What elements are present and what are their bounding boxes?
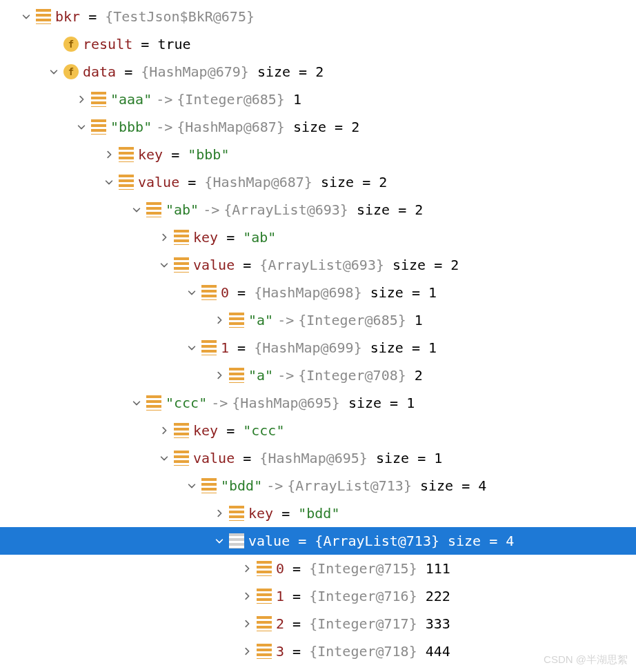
row-text: "a"->{Integer@708} 2 xyxy=(248,362,423,389)
row-text: key = "bbb" xyxy=(138,141,229,168)
tree-row[interactable]: 1 = {HashMap@699} size = 1 xyxy=(0,334,636,362)
object-icon xyxy=(119,175,134,190)
row-text: bkr = {TestJson$BkR@675} xyxy=(55,3,255,30)
row-text: "bdd"->{ArrayList@713} size = 4 xyxy=(221,472,486,500)
object-icon xyxy=(257,561,272,576)
row-text: 0 = {HashMap@698} size = 1 xyxy=(221,279,437,306)
chevron-right-icon[interactable] xyxy=(157,417,171,444)
tree-row[interactable]: fdata = {HashMap@679} size = 2 xyxy=(0,58,636,86)
row-text: key = "ccc" xyxy=(193,417,284,444)
tree-row[interactable]: key = "bbb" xyxy=(0,141,636,168)
row-text: "ccc"->{HashMap@695} size = 1 xyxy=(166,389,415,417)
arrow-placeholder xyxy=(47,30,61,58)
object-icon xyxy=(257,616,272,631)
object-icon xyxy=(174,423,189,438)
tree-row[interactable]: "bbb"->{HashMap@687} size = 2 xyxy=(0,113,636,141)
chevron-right-icon[interactable] xyxy=(212,306,226,334)
tree-row[interactable]: "a"->{Integer@708} 2 xyxy=(0,362,636,389)
row-text: key = "ab" xyxy=(193,224,276,251)
object-icon xyxy=(229,313,244,328)
debug-variables-tree[interactable]: bkr = {TestJson$BkR@675}fresult = truefd… xyxy=(0,0,636,668)
tree-row[interactable]: 3 = {Integer@718} 444 xyxy=(0,638,636,665)
row-text: 2 = {Integer@717} 333 xyxy=(276,610,450,638)
tree-row[interactable]: value = {HashMap@695} size = 1 xyxy=(0,444,636,472)
tree-row[interactable]: key = "ccc" xyxy=(0,417,636,444)
chevron-down-icon[interactable] xyxy=(185,472,199,500)
row-text: "ab"->{ArrayList@693} size = 2 xyxy=(166,196,423,224)
chevron-right-icon[interactable] xyxy=(157,224,171,251)
tree-row[interactable]: key = "ab" xyxy=(0,224,636,251)
object-icon xyxy=(257,644,272,659)
chevron-down-icon[interactable] xyxy=(47,58,61,86)
chevron-right-icon[interactable] xyxy=(102,141,116,168)
tree-row[interactable]: "a"->{Integer@685} 1 xyxy=(0,306,636,334)
tree-row[interactable]: key = "bdd" xyxy=(0,500,636,527)
tree-row[interactable]: 2 = {Integer@717} 333 xyxy=(0,610,636,638)
object-icon xyxy=(201,478,217,493)
object-icon xyxy=(229,368,244,383)
chevron-down-icon[interactable] xyxy=(74,113,88,141)
object-icon xyxy=(229,506,244,521)
chevron-right-icon[interactable] xyxy=(240,638,254,665)
chevron-right-icon[interactable] xyxy=(212,362,226,389)
tree-row[interactable]: "ccc"->{HashMap@695} size = 1 xyxy=(0,389,636,417)
tree-row[interactable]: value = {ArrayList@693} size = 2 xyxy=(0,251,636,279)
object-icon xyxy=(91,119,106,135)
field-icon: f xyxy=(63,37,79,52)
tree-row[interactable]: 0 = {HashMap@698} size = 1 xyxy=(0,279,636,306)
chevron-right-icon[interactable] xyxy=(240,555,254,582)
tree-row[interactable]: bkr = {TestJson$BkR@675} xyxy=(0,3,636,30)
object-icon xyxy=(201,340,217,355)
tree-row[interactable]: 0 = {Integer@715} 111 xyxy=(0,555,636,582)
chevron-down-icon[interactable] xyxy=(102,168,116,196)
row-text: value = {HashMap@687} size = 2 xyxy=(138,168,387,196)
row-text: key = "bdd" xyxy=(248,500,339,527)
chevron-right-icon[interactable] xyxy=(240,610,254,638)
row-text: "aaa"->{Integer@685} 1 xyxy=(110,86,301,113)
row-text: 3 = {Integer@718} 444 xyxy=(276,638,450,665)
chevron-down-icon[interactable] xyxy=(130,389,143,417)
row-text: 1 = {HashMap@699} size = 1 xyxy=(221,334,437,362)
tree-row[interactable]: "bdd"->{ArrayList@713} size = 4 xyxy=(0,472,636,500)
object-icon xyxy=(146,202,161,217)
chevron-down-icon[interactable] xyxy=(185,334,199,362)
tree-row[interactable]: "aaa"->{Integer@685} 1 xyxy=(0,86,636,113)
row-text: value = {ArrayList@713} size = 4 xyxy=(248,527,514,555)
object-icon xyxy=(119,147,134,162)
object-icon xyxy=(146,395,161,411)
row-text: 1 = {Integer@716} 222 xyxy=(276,582,450,610)
field-icon: f xyxy=(63,64,79,79)
chevron-down-icon[interactable] xyxy=(185,279,199,306)
chevron-down-icon[interactable] xyxy=(19,3,33,30)
tree-row[interactable]: value = {ArrayList@713} size = 4 xyxy=(0,527,636,555)
object-icon xyxy=(257,589,272,604)
row-text: data = {HashMap@679} size = 2 xyxy=(83,58,324,86)
tree-row[interactable]: 1 = {Integer@716} 222 xyxy=(0,582,636,610)
object-icon xyxy=(36,9,51,24)
object-icon xyxy=(174,230,189,245)
tree-row[interactable]: value = {HashMap@687} size = 2 xyxy=(0,168,636,196)
row-text: "a"->{Integer@685} 1 xyxy=(248,306,423,334)
object-icon xyxy=(174,257,189,273)
object-icon xyxy=(174,451,189,466)
chevron-right-icon[interactable] xyxy=(240,582,254,610)
object-icon xyxy=(91,92,106,107)
row-text: value = {HashMap@695} size = 1 xyxy=(193,444,442,472)
chevron-down-icon[interactable] xyxy=(212,527,226,555)
chevron-down-icon[interactable] xyxy=(157,444,171,472)
tree-row[interactable]: fresult = true xyxy=(0,30,636,58)
row-text: value = {ArrayList@693} size = 2 xyxy=(193,251,459,279)
tree-row[interactable]: "ab"->{ArrayList@693} size = 2 xyxy=(0,196,636,224)
row-text: result = true xyxy=(83,30,191,58)
object-icon xyxy=(229,533,244,549)
row-text: "bbb"->{HashMap@687} size = 2 xyxy=(110,113,359,141)
chevron-down-icon[interactable] xyxy=(157,251,171,279)
row-text: 0 = {Integer@715} 111 xyxy=(276,555,450,582)
object-icon xyxy=(201,285,217,300)
chevron-right-icon[interactable] xyxy=(74,86,88,113)
chevron-right-icon[interactable] xyxy=(212,500,226,527)
chevron-down-icon[interactable] xyxy=(130,196,143,224)
